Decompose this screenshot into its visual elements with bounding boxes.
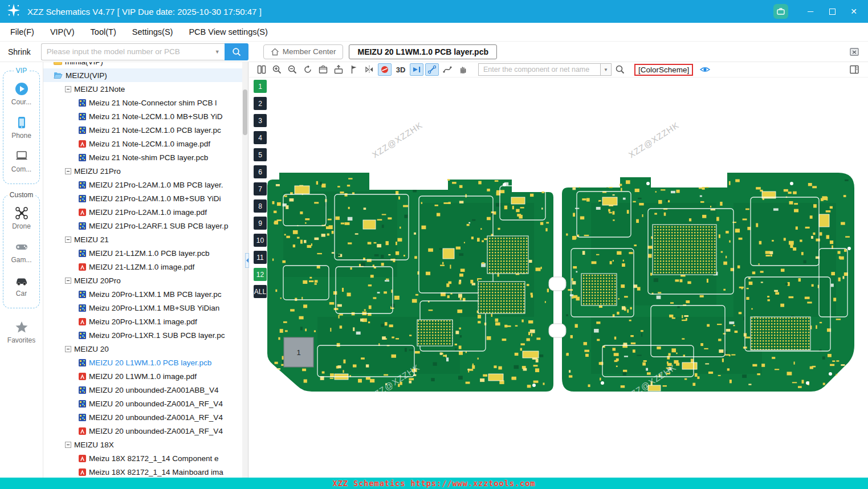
curve-tool-icon[interactable]: [441, 63, 454, 76]
tree-group[interactable]: MEIZU 21: [43, 233, 242, 246]
pcb-canvas[interactable]: 123456789101112ALL XZZ@XZZHK XZZ@XZZHK: [249, 78, 868, 478]
rail-item-car[interactable]: Car: [3, 268, 39, 302]
pcb-board-image[interactable]: XZZ@XZZHK XZZ@XZZHK 1 XZZ@XZZHK XZZ@XZZH…: [249, 78, 868, 478]
tree-scrollbar-thumb[interactable]: [243, 89, 247, 135]
print-box-icon[interactable]: [332, 63, 345, 76]
tree-item[interactable]: MEIZU 21Pro-L2AM.1.0 MB+SUB YiDi: [43, 191, 242, 205]
zoom-reset-icon[interactable]: [301, 63, 315, 76]
layer-button-3[interactable]: 3: [254, 114, 267, 127]
rail-item-drone[interactable]: Drone: [3, 201, 39, 235]
zoom-out-icon[interactable]: [286, 63, 299, 76]
rail-item-computer[interactable]: Com...: [3, 144, 39, 178]
measure-tool-icon[interactable]: [425, 63, 439, 76]
colorscheme-button[interactable]: [ColorScheme]: [634, 64, 693, 76]
tree-item[interactable]: Meizu 20Pro-L1XR.1 SUB PCB layer.pc: [43, 328, 242, 342]
menu-file[interactable]: File(F): [10, 27, 34, 36]
collapse-icon[interactable]: [65, 278, 71, 284]
collapse-icon[interactable]: [65, 346, 71, 352]
layer-button-12[interactable]: 12: [254, 268, 267, 281]
minimize-button[interactable]: ─: [802, 3, 819, 19]
tree-item[interactable]: MEIZU 20 unbounded-ZA001A_RF_V4: [43, 397, 242, 410]
layer-button-ALL[interactable]: ALL: [254, 285, 267, 298]
close-button[interactable]: ✕: [845, 3, 862, 19]
tree-item[interactable]: Meizu 18X 82172_1_14 Mainboard ima: [43, 465, 242, 478]
tree-item[interactable]: MEIZU 20 unbounded-ZA001ABB_V4: [43, 383, 242, 397]
layer-button-5[interactable]: 5: [254, 148, 267, 161]
tree-group[interactable]: MEIZU 21Pro: [43, 164, 242, 178]
tree-item[interactable]: MEIZU 20 unbounded-ZA001A_RF_V4: [43, 410, 242, 424]
layer-button-1[interactable]: 1: [254, 80, 267, 93]
tree-item-label: MEIZU 20 unbounded-ZA001A_RF_V4: [89, 413, 223, 422]
selection-marker[interactable]: 1: [284, 337, 313, 367]
tree-item[interactable]: MEIZU 21Pro-L2AM.1.0 MB PCB layer.: [43, 178, 242, 191]
tree-item[interactable]: MEIZU 21Pro-L2ARF.1 SUB PCB layer.p: [43, 219, 242, 233]
tree-item[interactable]: Meizu 18X 82172_1_14 Component e: [43, 451, 242, 465]
zoom-in-icon[interactable]: [270, 63, 284, 76]
tree-group[interactable]: MEIZU 20: [43, 342, 242, 356]
collapse-icon[interactable]: [65, 442, 71, 448]
tree-item[interactable]: MEIZU(VIP): [43, 68, 242, 82]
menu-pcb-view-settings[interactable]: PCB View settings(S): [189, 27, 267, 36]
tree-scrollbar[interactable]: [242, 62, 248, 478]
close-view-icon[interactable]: [849, 47, 860, 57]
pin-flag-icon[interactable]: [347, 63, 361, 76]
vip-badge-icon[interactable]: [773, 4, 788, 19]
layer-button-10[interactable]: 10: [254, 234, 267, 247]
panel-collapse-handle[interactable]: [245, 253, 249, 268]
dual-pane-icon[interactable]: [255, 63, 268, 76]
layer-button-9[interactable]: 9: [254, 217, 267, 230]
pan-hand-icon[interactable]: [456, 63, 470, 76]
tree-item[interactable]: Meizu 21 Note-shim PCB layer.pcb: [43, 150, 242, 164]
tree-item[interactable]: Meizu 20Pro-L1XM.1 MB+SUB YiDian: [43, 301, 242, 315]
panel-layout-icon[interactable]: [847, 63, 861, 76]
tree-item[interactable]: MEIZU 20 unbounded-ZA001A_RF_V4: [43, 424, 242, 438]
component-search-icon[interactable]: [613, 63, 627, 76]
collapse-icon[interactable]: [65, 237, 71, 243]
tree-item[interactable]: MEIZU 20 L1WM.1.0 image.pdf: [43, 369, 242, 383]
model-search-button[interactable]: [225, 43, 248, 60]
mirror-flip-icon[interactable]: [362, 63, 376, 76]
menu-tool[interactable]: Tool(T): [91, 27, 116, 36]
tree-item[interactable]: mimia(VIP): [43, 62, 242, 68]
tree-group[interactable]: MEIZU 20Pro: [43, 274, 242, 287]
rail-item-phone[interactable]: Phone: [3, 111, 39, 144]
active-document-tab[interactable]: MEIZU 20 L1WM.1.0 PCB layer.pcb: [349, 44, 497, 59]
model-search-input[interactable]: [41, 43, 225, 60]
menu-settings[interactable]: Settings(S): [132, 27, 173, 36]
tree-item[interactable]: Meizu 21 Note-L2CM.1.0 MB+SUB YiD: [43, 109, 242, 123]
red-lens-icon[interactable]: [378, 63, 392, 76]
tree-item[interactable]: Meizu 20Pro-L1XM.1 image.pdf: [43, 315, 242, 328]
component-search-input[interactable]: [478, 63, 600, 76]
arrow-tool-icon[interactable]: [410, 63, 423, 76]
tree-item[interactable]: MEIZU 21Pro-L2AM.1.0 image.pdf: [43, 205, 242, 219]
shrink-button[interactable]: Shrink: [5, 45, 34, 59]
chevron-down-icon[interactable]: ▼: [600, 63, 612, 76]
member-center-button[interactable]: Member Center: [263, 44, 344, 59]
layer-button-4[interactable]: 4: [254, 131, 267, 144]
tree-item[interactable]: Meizu 20Pro-L1XM.1 MB PCB layer.pc: [43, 287, 242, 301]
maximize-button[interactable]: [824, 3, 841, 19]
collapse-icon[interactable]: [65, 86, 71, 92]
tree-group[interactable]: MEIZU 18X: [43, 438, 242, 451]
viewer-toolbar: 3D ▼ [ColorScheme]: [249, 62, 868, 78]
tree-item[interactable]: Meizu 21 Note-Connector shim PCB l: [43, 96, 242, 109]
layer-button-7[interactable]: 7: [254, 182, 267, 195]
tree-item[interactable]: Meizu 21 Note-L2CM.1.0 image.pdf: [43, 137, 242, 150]
layer-button-2[interactable]: 2: [254, 97, 267, 110]
layer-button-6[interactable]: 6: [254, 165, 267, 178]
export-box-icon[interactable]: [316, 63, 330, 76]
rail-item-game[interactable]: Gam...: [3, 235, 39, 268]
collapse-icon[interactable]: [65, 168, 71, 174]
rail-item-courses[interactable]: Cour...: [3, 77, 39, 111]
3d-view-button[interactable]: 3D: [393, 63, 408, 76]
tree-group[interactable]: MEIZU 21Note: [43, 82, 242, 96]
tree-item[interactable]: MEIZU 21-L1ZM.1.0 PCB layer.pcb: [43, 246, 242, 260]
layer-button-8[interactable]: 8: [254, 199, 267, 213]
tree-item[interactable]: Meizu 21 Note-L2CM.1.0 PCB layer.pc: [43, 123, 242, 137]
tree-item[interactable]: MEIZU 21-L1ZM.1.0 image.pdf: [43, 260, 242, 274]
layer-button-11[interactable]: 11: [254, 251, 267, 264]
menu-vip[interactable]: VIP(V): [50, 27, 75, 36]
eye-visibility-icon[interactable]: [698, 63, 712, 76]
rail-item-favorites[interactable]: Favorites: [0, 315, 43, 349]
tree-item[interactable]: MEIZU 20 L1WM.1.0 PCB layer.pcb: [43, 356, 242, 369]
